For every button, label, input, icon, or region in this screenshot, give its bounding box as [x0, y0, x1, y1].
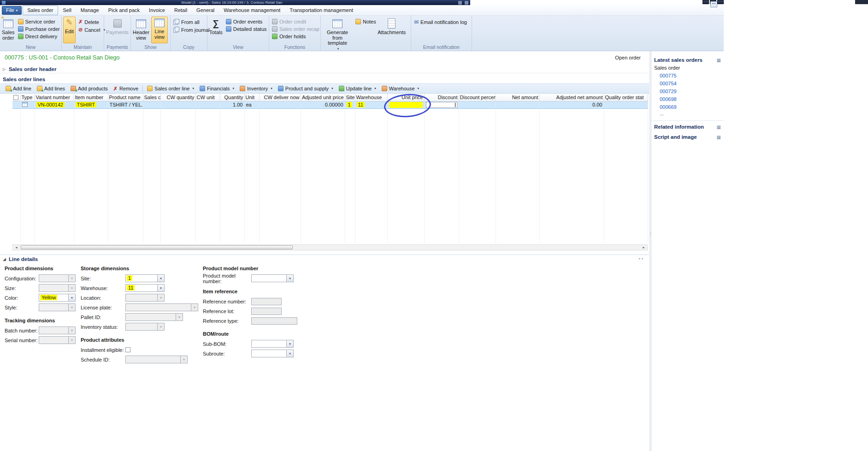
cell-cw-quantity[interactable]: [160, 101, 195, 108]
col-header-cw-quantity[interactable]: CW quantity: [160, 94, 195, 101]
close-button[interactable]: [717, 0, 724, 4]
style-combo[interactable]: [39, 303, 76, 311]
order-holds-button[interactable]: Order holds: [271, 33, 321, 40]
tab-transportation-management[interactable]: Transportation management: [285, 6, 357, 15]
horizontal-scrollbar[interactable]: ◄ ►: [12, 244, 648, 250]
tab-sales-order[interactable]: Sales order: [23, 6, 58, 15]
order-events-button[interactable]: Order events: [224, 18, 268, 25]
line-details-section[interactable]: ◢ Line details: [0, 255, 649, 263]
col-header-variant-number[interactable]: Variant number: [35, 94, 74, 101]
cell-sales-category[interactable]: [143, 101, 160, 108]
totals-button[interactable]: ∑ Totals: [209, 17, 223, 43]
cell-cw-deliver-now[interactable]: [259, 101, 301, 108]
cell-site[interactable]: 1: [345, 101, 355, 108]
size-combo[interactable]: [39, 284, 76, 292]
script-and-image-header[interactable]: Script and image ▦: [651, 133, 724, 141]
remove-button[interactable]: ✗Remove: [111, 85, 141, 92]
cell-discount-percent[interactable]: [459, 101, 496, 108]
col-header-adjusted-unit-price[interactable]: Adjusted unit price: [301, 94, 345, 101]
purchase-order-button[interactable]: Purchase order: [17, 26, 61, 32]
sales-order-header-section[interactable]: ▷ Sales order header: [0, 65, 649, 73]
location-combo[interactable]: [125, 294, 165, 302]
from-all-button[interactable]: From all: [172, 18, 211, 25]
site-combo[interactable]: 1: [125, 274, 165, 282]
inventory-menu[interactable]: Inventory: [237, 85, 275, 92]
warehouse-menu[interactable]: Warehouse: [379, 85, 422, 92]
col-header-quality-order-status[interactable]: Quality order stat: [604, 94, 648, 101]
col-header-quantity[interactable]: Quantity: [220, 94, 244, 101]
product-model-number-combo[interactable]: [251, 274, 294, 282]
select-all-header[interactable]: [12, 94, 20, 101]
email-notification-log-button[interactable]: ✉Email notification log: [413, 18, 468, 26]
file-menu-button[interactable]: File▾: [2, 6, 22, 15]
license-plate-combo[interactable]: [125, 303, 198, 311]
tab-warehouse-management[interactable]: Warehouse management: [219, 6, 284, 15]
col-header-cw-unit[interactable]: CW unit: [195, 94, 220, 101]
col-header-type[interactable]: Type: [20, 94, 35, 101]
batch-number-combo[interactable]: [39, 326, 76, 334]
schedule-id-combo[interactable]: [125, 356, 188, 363]
sales-order-line-menu[interactable]: Sales order line: [144, 85, 197, 92]
reference-type-field[interactable]: [251, 317, 297, 325]
reference-number-field[interactable]: [251, 298, 282, 305]
list-item[interactable]: 000754: [651, 79, 724, 87]
from-journal-button[interactable]: From journal: [172, 26, 211, 33]
configuration-combo[interactable]: [39, 274, 76, 282]
col-header-item-number[interactable]: Item number: [74, 94, 108, 101]
add-lines-button[interactable]: Add lines: [34, 85, 68, 92]
col-header-adjusted-net-amount[interactable]: Adjusted net amount: [539, 94, 604, 101]
service-order-button[interactable]: Service order: [17, 18, 61, 25]
reference-lot-field[interactable]: [251, 308, 282, 315]
scroll-right-icon[interactable]: ►: [640, 245, 647, 250]
minimize-button[interactable]: [703, 0, 709, 4]
add-line-button[interactable]: Add line: [3, 85, 34, 92]
list-item[interactable]: 000729: [651, 87, 724, 95]
col-header-cw-deliver-now[interactable]: CW deliver now: [259, 94, 301, 101]
notes-button[interactable]: Notes: [354, 18, 378, 25]
cell-type[interactable]: [20, 101, 35, 108]
col-header-discount-percent[interactable]: Discount percent: [459, 94, 496, 101]
detailed-status-button[interactable]: Detailed status: [224, 26, 268, 32]
table-row[interactable]: VN-000142 TSHIRT TSHIRT / YEL... 1.00 ea…: [12, 101, 648, 108]
cell-quality-order-status[interactable]: [604, 101, 648, 108]
cell-product-name[interactable]: TSHIRT / YEL...: [108, 101, 143, 108]
generate-from-template-button[interactable]: Generate from template: [322, 17, 353, 52]
sales-order-button[interactable]: ★ Sales order: [1, 17, 15, 43]
header-view-button[interactable]: Header view: [132, 17, 150, 43]
col-header-product-name[interactable]: Product name: [108, 94, 143, 101]
update-line-menu[interactable]: Update line: [336, 85, 379, 92]
cancel-button[interactable]: ⊘Cancel: [77, 26, 106, 33]
cell-quantity[interactable]: 1.00: [220, 101, 244, 108]
subroute-combo[interactable]: [251, 350, 294, 357]
cell-adjusted-net-amount[interactable]: 0.00: [539, 101, 604, 108]
tab-pick-and-pack[interactable]: Pick and pack: [104, 6, 144, 15]
delete-button[interactable]: ✗Delete: [77, 18, 106, 25]
col-header-unit[interactable]: Unit: [244, 94, 259, 101]
financials-menu[interactable]: Financials: [197, 85, 237, 92]
col-header-warehouse[interactable]: Warehouse: [355, 94, 387, 101]
installment-eligible-checkbox[interactable]: [125, 347, 130, 352]
tab-general[interactable]: General: [192, 6, 218, 15]
product-and-supply-menu[interactable]: Product and supply: [275, 85, 336, 92]
cell-warehouse[interactable]: 11: [355, 101, 387, 108]
tab-manage[interactable]: Manage: [77, 6, 103, 15]
list-item[interactable]: 000775: [651, 71, 724, 79]
serial-number-combo[interactable]: [39, 336, 76, 344]
edit-button[interactable]: ✎ Edit: [63, 17, 76, 43]
latest-sales-orders-header[interactable]: Latest sales orders ▦: [651, 56, 724, 64]
add-products-button[interactable]: Add products: [68, 85, 111, 92]
col-header-sales-category[interactable]: Sales c...: [143, 94, 160, 101]
cell-variant-number[interactable]: VN-000142: [35, 101, 74, 108]
tab-invoice[interactable]: Invoice: [145, 6, 169, 15]
restore-window-icon[interactable]: [710, 1, 717, 7]
cell-unit[interactable]: ea: [244, 101, 259, 108]
pallet-id-combo[interactable]: [125, 313, 183, 321]
sub-bom-combo[interactable]: [251, 340, 294, 348]
cell-adjusted-unit-price[interactable]: 0.00000: [301, 101, 345, 108]
cell-row-selector[interactable]: [12, 101, 20, 108]
col-header-site[interactable]: Site: [345, 94, 355, 101]
list-item[interactable]: 000669: [651, 103, 724, 111]
cell-net-amount[interactable]: [496, 101, 539, 108]
cell-item-number[interactable]: TSHIRT: [74, 101, 108, 108]
select-all-checkbox[interactable]: [13, 95, 18, 100]
